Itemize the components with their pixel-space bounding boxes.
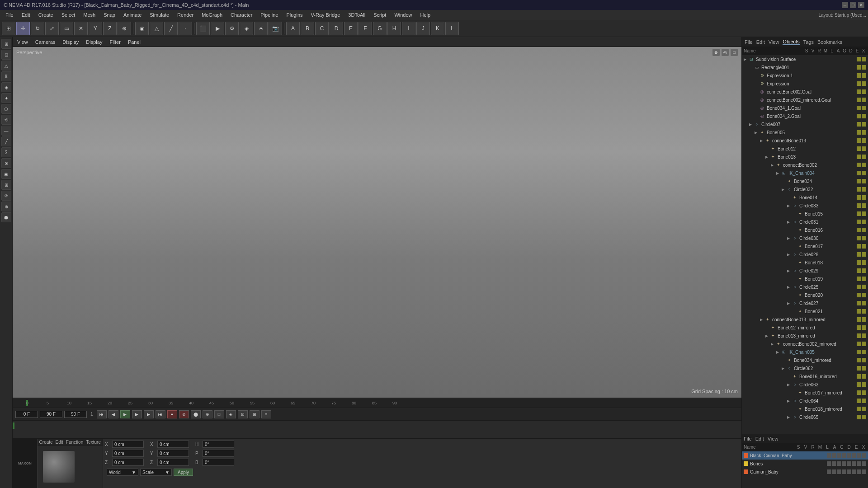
obj-tree-row[interactable]: ▶○Circle031 [742, 218, 868, 226]
obj-tree-row[interactable]: ▶✦Bone013_mirrored [742, 332, 868, 340]
tool-i[interactable]: I [402, 22, 415, 35]
br-tab-view[interactable]: View [768, 436, 778, 441]
tool-l[interactable]: L [445, 22, 459, 35]
obj-tree-row[interactable]: ✦Bone012_mirrored [742, 324, 868, 332]
obj-tree-row[interactable]: ▶✦connectBone013 [742, 136, 868, 145]
tool-mode[interactable]: ⊞ [2, 22, 15, 35]
obj-tree-row[interactable]: ✦Bone034 [742, 177, 868, 185]
br-tab-edit[interactable]: Edit [755, 436, 764, 441]
minimize-button[interactable]: ─ [842, 2, 848, 8]
forward-button[interactable]: ⏭ [156, 410, 165, 418]
br-list-item[interactable]: Caiman_Baby [742, 468, 868, 476]
tool-select-rect[interactable]: ▭ [60, 22, 73, 35]
tool-13[interactable]: ⊞ [1, 180, 11, 190]
vp-icon-3[interactable]: □ [731, 49, 738, 56]
br-rows[interactable]: Black_Caiman_BabyBonesCaiman_Baby [742, 451, 868, 488]
tool-obj-sel[interactable]: ◉ [135, 22, 149, 35]
apply-button[interactable]: Apply [174, 469, 193, 476]
obj-tree-row[interactable]: ▶○Circle029 [742, 267, 868, 275]
obj-tree-row[interactable]: ✦Bone021 [742, 307, 868, 315]
obj-tab-view[interactable]: View [769, 39, 779, 45]
max-frame-input[interactable] [64, 411, 87, 418]
obj-tree-row[interactable]: ✦Bone014 [742, 193, 868, 202]
obj-tab-edit[interactable]: Edit [756, 39, 765, 45]
maximize-button[interactable]: □ [850, 2, 856, 8]
timeline-ruler[interactable]: 0 5 10 15 20 25 30 35 40 45 50 55 60 65 … [13, 398, 741, 408]
obj-tree-row[interactable]: ▶✦Bone005 [742, 128, 868, 136]
coord-y-pos[interactable] [112, 450, 144, 457]
tool-poly[interactable]: △ [150, 22, 163, 35]
tl-btn6[interactable]: ≡ [261, 410, 271, 418]
obj-tree-row[interactable]: ▶○Circle033 [742, 202, 868, 210]
coord-x-pos[interactable] [112, 441, 144, 448]
tl-btn4[interactable]: ⊡ [238, 410, 248, 418]
obj-tree-row[interactable]: ✦Bone012 [742, 145, 868, 153]
tool-12[interactable]: ◉ [1, 169, 11, 179]
obj-tree-row[interactable]: ▶⊞IK_Chain004 [742, 169, 868, 177]
tool-mat[interactable]: ◈ [240, 22, 253, 35]
obj-tree[interactable]: ▶⊡Subdivision Surface ▭Rectangle001 ⚙Exp… [742, 55, 868, 434]
vp-panel-btn[interactable]: Panel [126, 39, 142, 45]
coord-y-rot[interactable] [157, 450, 189, 457]
obj-tree-row[interactable]: ▶○Circle064 [742, 397, 868, 405]
menu-animate[interactable]: Animate [120, 11, 145, 19]
menu-character[interactable]: Character [227, 11, 256, 19]
world-dropdown[interactable]: World ▼ [107, 469, 138, 476]
menu-select[interactable]: Select [58, 11, 79, 19]
br-list-item[interactable]: Bones [742, 460, 868, 468]
obj-tree-row[interactable]: ✦Bone018_mirrored [742, 405, 868, 413]
frame-end-input[interactable] [40, 411, 62, 418]
tool-g[interactable]: G [373, 22, 387, 35]
obj-tree-row[interactable]: ▶○Circle027 [742, 299, 868, 307]
vp-icon-1[interactable]: ⊕ [712, 49, 720, 56]
vp-view-btn[interactable]: View [15, 39, 30, 45]
tool-light[interactable]: ☀ [254, 22, 268, 35]
play-fwd-button[interactable]: ▶ [132, 410, 142, 418]
obj-tree-row[interactable]: ⚙Expression.1 [742, 71, 868, 80]
vp-display-btn[interactable]: Display [61, 39, 80, 45]
coord-p-val[interactable] [203, 450, 234, 457]
vp-cameras-btn[interactable]: Cameras [33, 39, 57, 45]
vp-filter-btn[interactable]: Filter [108, 39, 122, 45]
tool-10[interactable]: $ [1, 147, 11, 157]
tool-select-x[interactable]: ✕ [74, 22, 88, 35]
coord-z-rot[interactable] [157, 459, 189, 466]
tool-render2[interactable]: ▶ [211, 22, 224, 35]
tool-j[interactable]: J [416, 22, 430, 35]
current-frame-input[interactable] [15, 411, 38, 418]
br-list-item[interactable]: Black_Caiman_Baby [742, 451, 868, 460]
obj-tree-row[interactable]: ▭Rectangle001 [742, 63, 868, 71]
menu-mesh[interactable]: Mesh [80, 11, 99, 19]
coord-z-pos[interactable] [112, 459, 144, 466]
obj-tree-row[interactable]: ▶○Circle028 [742, 250, 868, 258]
play-button[interactable]: ▶ [120, 410, 130, 418]
scale-dropdown[interactable]: Scale ▼ [140, 469, 172, 476]
tool-d[interactable]: D [330, 22, 343, 35]
menu-help[interactable]: Help [417, 11, 434, 19]
obj-tree-row[interactable]: ▶○Circle025 [742, 283, 868, 291]
obj-tree-row[interactable]: ✦Bone016 [742, 226, 868, 234]
tl-btn1[interactable]: ⊕ [203, 410, 212, 418]
mat-func[interactable]: Function [66, 440, 83, 445]
menu-3dtoall[interactable]: 3DToAll [344, 11, 369, 19]
obj-tree-row[interactable]: ◎Bone034_2.Goal [742, 112, 868, 120]
tool-object-mode[interactable]: ⊞ [1, 39, 11, 49]
vp-display2-btn[interactable]: Display [84, 39, 104, 45]
tool-coord[interactable]: ⊕ [118, 22, 131, 35]
coord-b-val[interactable] [203, 459, 234, 466]
obj-tree-row[interactable]: ✦Bone019 [742, 275, 868, 283]
obj-tree-row[interactable]: ▶○Circle032 [742, 185, 868, 193]
tool-edge[interactable]: ╱ [164, 22, 178, 35]
obj-tree-row[interactable]: ▶✦Bone013 [742, 153, 868, 161]
tool-f[interactable]: F [359, 22, 372, 35]
menu-plugins[interactable]: Plugins [283, 11, 306, 19]
timeline-bar[interactable] [13, 421, 741, 438]
obj-tree-row[interactable]: ▶✦connectBone013_mirrored [742, 315, 868, 324]
tool-rotate[interactable]: ↻ [31, 22, 44, 35]
tool-2[interactable]: △ [1, 61, 11, 70]
viewport[interactable]: Perspective ⊕ ◎ □ [13, 47, 741, 398]
tool-8[interactable]: — [1, 126, 11, 136]
menu-window[interactable]: Window [391, 11, 415, 19]
obj-tree-row[interactable]: ◎connectBone002.Goal [742, 88, 868, 96]
tool-9[interactable]: ╱ [1, 136, 11, 146]
